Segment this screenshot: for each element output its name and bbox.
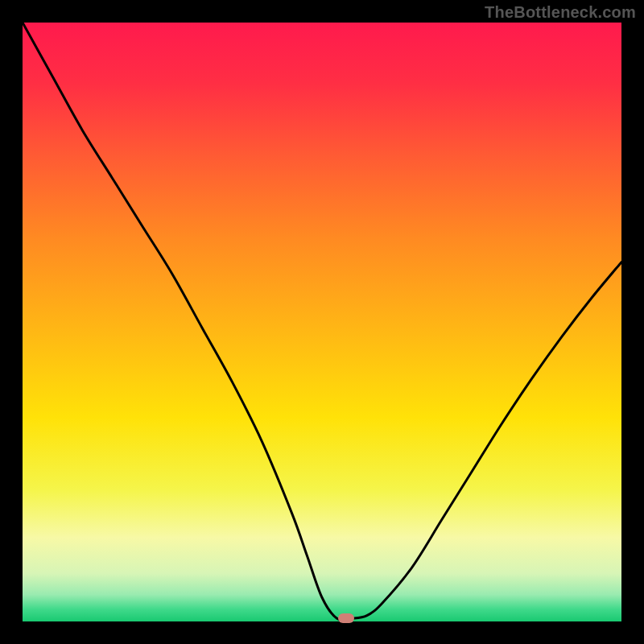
- watermark-text: TheBottleneck.com: [485, 3, 636, 22]
- plot-area: [23, 23, 621, 621]
- bottleneck-chart: [23, 23, 621, 621]
- chart-frame: TheBottleneck.com: [0, 0, 644, 644]
- gradient-background: [23, 23, 621, 621]
- optimal-point-marker: [338, 613, 354, 623]
